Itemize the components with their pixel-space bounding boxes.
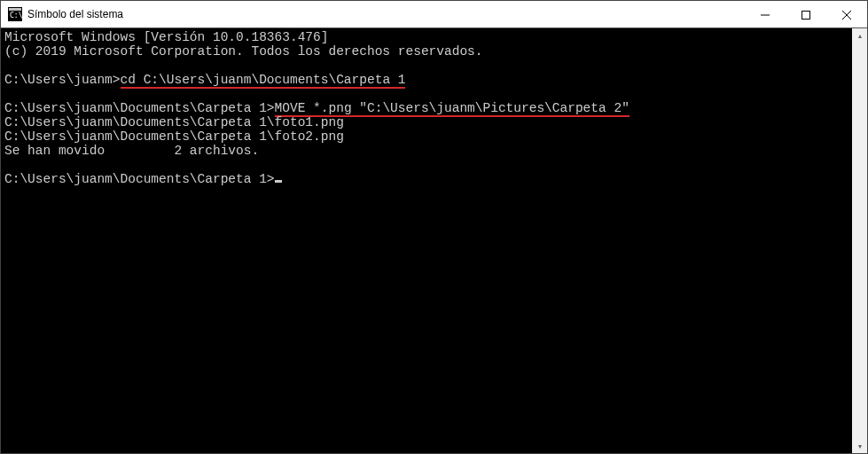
window-title: Símbolo del sistema (27, 1, 745, 28)
console-line (4, 59, 864, 73)
console-line: C:\Users\juanm\Documents\Carpeta 1\foto2… (4, 129, 864, 144)
vertical-scrollbar[interactable]: ▴ ▾ (852, 28, 867, 454)
console-area[interactable]: Microsoft Windows [Versión 10.0.18363.47… (1, 28, 867, 454)
prompt-text: C:\Users\juanm> (4, 73, 121, 87)
prompt-text: C:\Users\juanm\Documents\Carpeta 1> (4, 172, 275, 186)
cmd-icon: C:\ (8, 7, 22, 21)
console-line: C:\Users\juanm>cd C:\Users\juanm\Documen… (4, 73, 864, 87)
scroll-down-button[interactable]: ▾ (852, 439, 867, 454)
console-content[interactable]: Microsoft Windows [Versión 10.0.18363.47… (1, 28, 867, 188)
maximize-button[interactable] (786, 1, 826, 28)
window-controls (745, 1, 867, 27)
console-line: (c) 2019 Microsoft Corporation. Todos lo… (4, 44, 864, 59)
prompt-text: C:\Users\juanm\Documents\Carpeta 1> (4, 101, 275, 115)
svg-text:C:\: C:\ (10, 12, 22, 20)
command-text: (c) 2019 Microsoft Corporation. Todos lo… (4, 44, 483, 59)
command-text: C:\Users\juanm\Documents\Carpeta 1\foto1… (4, 115, 344, 129)
console-line: C:\Users\juanm\Documents\Carpeta 1> (4, 172, 864, 186)
scroll-up-button[interactable]: ▴ (852, 28, 867, 43)
text-cursor (275, 180, 282, 183)
console-line: C:\Users\juanm\Documents\Carpeta 1\foto1… (4, 115, 864, 129)
close-button[interactable] (826, 1, 867, 28)
console-line: C:\Users\juanm\Documents\Carpeta 1>MOVE … (4, 101, 864, 115)
console-line: Microsoft Windows [Versión 10.0.18363.47… (4, 30, 864, 44)
svg-rect-1 (9, 8, 21, 11)
chevron-up-icon: ▴ (858, 32, 862, 40)
console-line: Se han movido 2 archivos. (4, 144, 864, 158)
minimize-button[interactable] (745, 1, 786, 28)
console-line (4, 158, 864, 172)
svg-rect-4 (802, 11, 810, 19)
scroll-track[interactable] (852, 43, 867, 439)
command-text: C:\Users\juanm\Documents\Carpeta 1\foto2… (4, 129, 344, 144)
command-text: Se han movido 2 archivos. (4, 144, 259, 158)
command-text: Microsoft Windows [Versión 10.0.18363.47… (4, 30, 328, 44)
titlebar[interactable]: C:\ Símbolo del sistema (1, 1, 867, 28)
console-line (4, 87, 864, 101)
chevron-down-icon: ▾ (858, 442, 862, 450)
